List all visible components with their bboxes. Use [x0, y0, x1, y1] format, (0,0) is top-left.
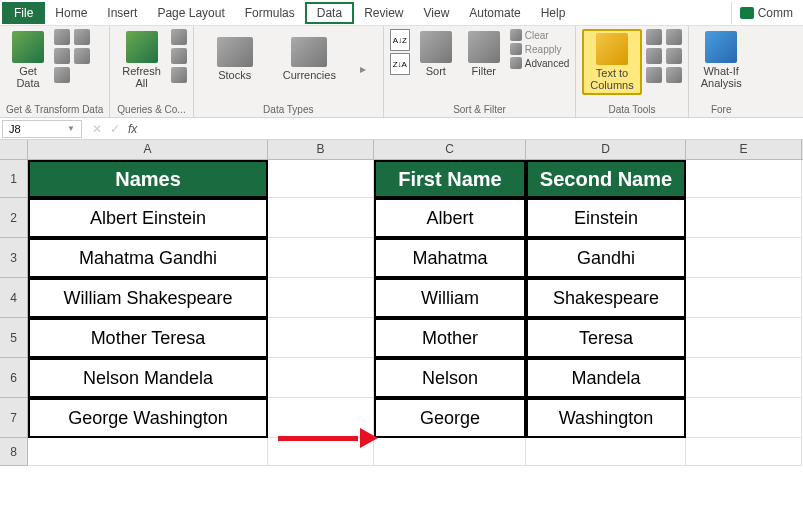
sort-button[interactable]: Sort [414, 29, 458, 79]
cell-C2[interactable]: Albert [374, 198, 526, 238]
cell-C3[interactable]: Mahatma [374, 238, 526, 278]
row-header-5[interactable]: 5 [0, 318, 28, 358]
cell-D2[interactable]: Einstein [526, 198, 686, 238]
row-header-7[interactable]: 7 [0, 398, 28, 438]
group-label: Data Types [200, 103, 377, 116]
name-box[interactable]: J8 ▼ [2, 120, 82, 138]
data-validation-icon[interactable] [646, 67, 662, 83]
recent-sources-icon[interactable] [74, 29, 90, 45]
cell-E5[interactable] [686, 318, 802, 358]
cell-B3[interactable] [268, 238, 374, 278]
cell-B7[interactable] [268, 398, 374, 438]
properties-icon[interactable] [171, 48, 187, 64]
cell-A4[interactable]: William Shakespeare [28, 278, 268, 318]
group-label: Queries & Co... [116, 103, 187, 116]
cell-B8[interactable] [268, 438, 374, 466]
cell-A2[interactable]: Albert Einstein [28, 198, 268, 238]
menu-page-layout[interactable]: Page Layout [147, 2, 234, 24]
cell-C8[interactable] [374, 438, 526, 466]
cell-D4[interactable]: Shakespeare [526, 278, 686, 318]
col-header-D[interactable]: D [526, 140, 686, 159]
cell-E1[interactable] [686, 160, 802, 198]
col-header-B[interactable]: B [268, 140, 374, 159]
cell-C5[interactable]: Mother [374, 318, 526, 358]
text-to-columns-button[interactable]: Text to Columns [582, 29, 641, 95]
cell-D6[interactable]: Mandela [526, 358, 686, 398]
menu-view[interactable]: View [414, 2, 460, 24]
cell-B2[interactable] [268, 198, 374, 238]
cell-E6[interactable] [686, 358, 802, 398]
cell-D7[interactable]: Washington [526, 398, 686, 438]
col-header-A[interactable]: A [28, 140, 268, 159]
formula-input[interactable] [145, 127, 803, 131]
cell-B5[interactable] [268, 318, 374, 358]
cell-D1[interactable]: Second Name [526, 160, 686, 198]
cell-A3[interactable]: Mahatma Gandhi [28, 238, 268, 278]
cell-C7[interactable]: George [374, 398, 526, 438]
relationships-icon[interactable] [666, 48, 682, 64]
from-text-icon[interactable] [54, 29, 70, 45]
select-all-corner[interactable] [0, 140, 28, 159]
menu-review[interactable]: Review [354, 2, 413, 24]
cell-B1[interactable] [268, 160, 374, 198]
cell-E8[interactable] [686, 438, 802, 466]
cell-E7[interactable] [686, 398, 802, 438]
sort-desc-button[interactable]: Z↓A [390, 53, 410, 75]
edit-links-icon[interactable] [171, 67, 187, 83]
whatif-button[interactable]: What-If Analysis [695, 29, 748, 91]
cell-A8[interactable] [28, 438, 268, 466]
cell-A1[interactable]: Names [28, 160, 268, 198]
filter-button[interactable]: Filter [462, 29, 506, 79]
cell-A6[interactable]: Nelson Mandela [28, 358, 268, 398]
menu-file[interactable]: File [2, 2, 45, 24]
row-header-4[interactable]: 4 [0, 278, 28, 318]
get-data-button[interactable]: Get Data [6, 29, 50, 91]
row-header-2[interactable]: 2 [0, 198, 28, 238]
row-header-6[interactable]: 6 [0, 358, 28, 398]
comments-button[interactable]: Comm [731, 2, 801, 24]
flash-fill-icon[interactable] [646, 29, 662, 45]
cell-C4[interactable]: William [374, 278, 526, 318]
refresh-all-button[interactable]: Refresh All [116, 29, 167, 91]
currencies-button[interactable]: Currencies [277, 35, 342, 83]
menu-help[interactable]: Help [531, 2, 576, 24]
menu-automate[interactable]: Automate [459, 2, 530, 24]
cell-D8[interactable] [526, 438, 686, 466]
menu-home[interactable]: Home [45, 2, 97, 24]
remove-duplicates-icon[interactable] [646, 48, 662, 64]
data-model-icon[interactable] [666, 67, 682, 83]
cell-C6[interactable]: Nelson [374, 358, 526, 398]
stocks-button[interactable]: Stocks [211, 35, 259, 83]
cell-A5[interactable]: Mother Teresa [28, 318, 268, 358]
reapply-button[interactable]: Reapply [510, 43, 569, 55]
refresh-icon [126, 31, 158, 63]
enter-formula-icon[interactable]: ✓ [110, 122, 120, 136]
clear-filter-button[interactable]: Clear [510, 29, 569, 41]
cell-A7[interactable]: George Washington [28, 398, 268, 438]
menu-data[interactable]: Data [305, 2, 354, 24]
row-header-1[interactable]: 1 [0, 160, 28, 198]
cell-B4[interactable] [268, 278, 374, 318]
row-header-3[interactable]: 3 [0, 238, 28, 278]
from-table-icon[interactable] [54, 67, 70, 83]
cell-E4[interactable] [686, 278, 802, 318]
cell-B6[interactable] [268, 358, 374, 398]
sort-asc-button[interactable]: A↓Z [390, 29, 410, 51]
col-header-C[interactable]: C [374, 140, 526, 159]
cell-D3[interactable]: Gandhi [526, 238, 686, 278]
fx-label[interactable]: fx [128, 122, 137, 136]
from-web-icon[interactable] [54, 48, 70, 64]
col-header-E[interactable]: E [686, 140, 802, 159]
cell-E2[interactable] [686, 198, 802, 238]
cell-D5[interactable]: Teresa [526, 318, 686, 358]
cell-C1[interactable]: First Name [374, 160, 526, 198]
consolidate-icon[interactable] [666, 29, 682, 45]
menu-insert[interactable]: Insert [97, 2, 147, 24]
advanced-button[interactable]: Advanced [510, 57, 569, 69]
cell-E3[interactable] [686, 238, 802, 278]
existing-connections-icon[interactable] [74, 48, 90, 64]
queries-icon[interactable] [171, 29, 187, 45]
cancel-formula-icon[interactable]: ✕ [92, 122, 102, 136]
row-header-8[interactable]: 8 [0, 438, 28, 466]
menu-formulas[interactable]: Formulas [235, 2, 305, 24]
